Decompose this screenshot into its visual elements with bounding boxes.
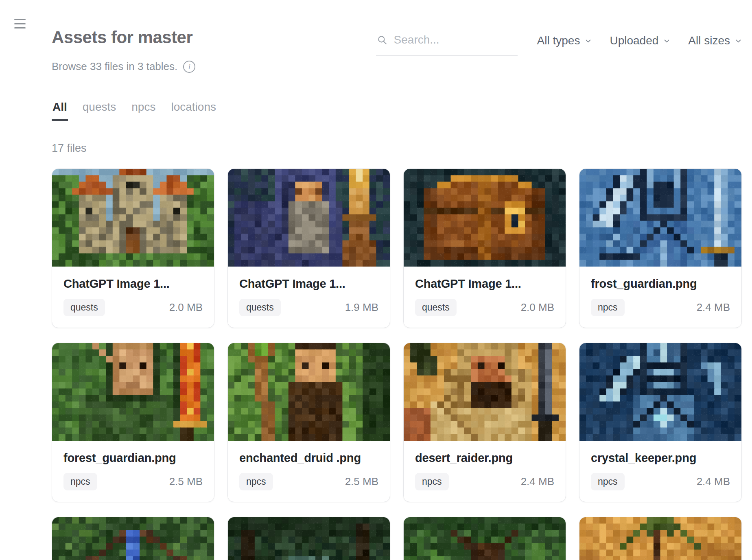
file-size: 2.4 MB bbox=[697, 301, 730, 314]
info-icon[interactable]: i bbox=[183, 61, 195, 73]
pixel-art-canvas bbox=[52, 517, 214, 560]
enchanted-druid-thumbnail bbox=[228, 343, 390, 441]
file-size: 2.4 MB bbox=[521, 475, 554, 488]
card-info: forest_guardian.pngnpcs2.5 MB bbox=[52, 441, 214, 502]
pixel-art-canvas bbox=[228, 517, 390, 560]
table-badge: quests bbox=[239, 299, 281, 316]
page-title: Assets for master bbox=[52, 28, 195, 47]
file-name: enchanted_druid .png bbox=[239, 451, 378, 465]
card-info: crystal_keeper.pngnpcs2.4 MB bbox=[579, 441, 741, 502]
pixel-art-canvas bbox=[404, 343, 566, 441]
table-tabs: Allquestsnpcslocations bbox=[52, 101, 742, 121]
card-meta: npcs2.5 MB bbox=[63, 473, 203, 490]
asset-card-oasis-palm[interactable] bbox=[579, 517, 742, 560]
search-input[interactable] bbox=[394, 33, 517, 46]
file-size: 2.5 MB bbox=[169, 475, 203, 488]
pixel-art-canvas bbox=[404, 517, 566, 560]
assets-grid: ChatGPT Image 1...quests2.0 MBChatGPT Im… bbox=[52, 168, 742, 560]
asset-card-frost-guardian[interactable]: frost_guardian.pngnpcs2.4 MB bbox=[579, 168, 742, 328]
filter-uploaded[interactable]: Uploaded bbox=[610, 34, 670, 47]
table-badge: quests bbox=[63, 299, 105, 316]
pixel-art-canvas bbox=[52, 343, 214, 441]
file-name: ChatGPT Image 1... bbox=[63, 277, 203, 291]
filter-all-sizes[interactable]: All sizes bbox=[688, 34, 742, 47]
file-name: forest_guardian.png bbox=[63, 451, 203, 465]
spirit-tree-thumbnail bbox=[52, 517, 214, 560]
table-badge: npcs bbox=[415, 473, 449, 490]
pixel-art-canvas bbox=[52, 169, 214, 267]
card-meta: npcs2.4 MB bbox=[415, 473, 554, 490]
file-size: 1.9 MB bbox=[345, 301, 378, 314]
files-count: 17 files bbox=[52, 142, 742, 155]
card-info: ChatGPT Image 1...quests2.0 MB bbox=[52, 267, 214, 328]
frost-guardian-thumbnail bbox=[579, 169, 741, 267]
oasis-palm-thumbnail bbox=[579, 517, 741, 560]
asset-card-dark-forest[interactable] bbox=[227, 517, 390, 560]
card-info: ChatGPT Image 1...quests2.0 MB bbox=[404, 267, 566, 328]
chevron-down-icon bbox=[585, 37, 592, 44]
file-name: desert_raider.png bbox=[415, 451, 554, 465]
menu-button[interactable] bbox=[14, 18, 26, 29]
asset-card-spirit-tree[interactable] bbox=[52, 517, 214, 560]
search-icon bbox=[377, 35, 387, 45]
table-badge: npcs bbox=[63, 473, 97, 490]
card-info: desert_raider.pngnpcs2.4 MB bbox=[404, 441, 566, 502]
asset-card-enchanted-druid[interactable]: enchanted_druid .pngnpcs2.5 MB bbox=[227, 343, 390, 502]
pixel-art-canvas bbox=[404, 169, 566, 267]
pixel-art-canvas bbox=[579, 517, 741, 560]
filter-all-types[interactable]: All types bbox=[537, 34, 592, 47]
card-meta: npcs2.5 MB bbox=[239, 473, 378, 490]
asset-card-desert-raider[interactable]: desert_raider.pngnpcs2.4 MB bbox=[403, 343, 566, 502]
file-name: ChatGPT Image 1... bbox=[239, 277, 378, 291]
file-size: 2.4 MB bbox=[697, 475, 730, 488]
desert-raider-thumbnail bbox=[404, 343, 566, 441]
tab-all[interactable]: All bbox=[52, 101, 68, 121]
file-size: 2.0 MB bbox=[521, 301, 554, 314]
pixel-art-canvas bbox=[579, 169, 741, 267]
tab-npcs[interactable]: npcs bbox=[131, 101, 156, 121]
tab-quests[interactable]: quests bbox=[82, 101, 117, 121]
controls: All typesUploadedAll sizes bbox=[376, 28, 742, 56]
card-meta: npcs2.4 MB bbox=[591, 473, 730, 490]
table-badge: quests bbox=[415, 299, 457, 316]
wizard-thumbnail bbox=[228, 169, 390, 267]
forest-guardian-thumbnail bbox=[52, 343, 214, 441]
table-badge: npcs bbox=[239, 473, 273, 490]
title-block: Assets for master Browse 33 files in 3 t… bbox=[52, 28, 195, 73]
file-name: frost_guardian.png bbox=[591, 277, 730, 291]
file-name: crystal_keeper.png bbox=[591, 451, 730, 465]
chevron-down-icon bbox=[735, 37, 742, 44]
filter-group: All typesUploadedAll sizes bbox=[537, 32, 742, 47]
treasure-chest-thumbnail bbox=[404, 169, 566, 267]
filter-label: Uploaded bbox=[610, 34, 658, 47]
menu-icon bbox=[14, 19, 26, 20]
table-badge: npcs bbox=[591, 299, 625, 316]
card-meta: quests1.9 MB bbox=[239, 299, 378, 316]
card-meta: quests2.0 MB bbox=[415, 299, 554, 316]
browse-summary: Browse 33 files in 3 tables. bbox=[52, 60, 177, 73]
asset-card-forest-guardian[interactable]: forest_guardian.pngnpcs2.5 MB bbox=[52, 343, 214, 502]
file-size: 2.5 MB bbox=[345, 475, 378, 488]
pixel-art-canvas bbox=[579, 343, 741, 441]
dark-forest-thumbnail bbox=[228, 517, 390, 560]
file-name: ChatGPT Image 1... bbox=[415, 277, 554, 291]
asset-card-elder-tree[interactable] bbox=[403, 517, 566, 560]
card-info: frost_guardian.pngnpcs2.4 MB bbox=[579, 267, 741, 328]
asset-card-crystal-keeper[interactable]: crystal_keeper.pngnpcs2.4 MB bbox=[579, 343, 742, 502]
filter-label: All types bbox=[537, 34, 580, 47]
topbar: Assets for master Browse 33 files in 3 t… bbox=[52, 28, 742, 73]
asset-card-treasure-chest[interactable]: ChatGPT Image 1...quests2.0 MB bbox=[403, 168, 566, 328]
pixel-art-canvas bbox=[228, 343, 390, 441]
filter-label: All sizes bbox=[688, 34, 730, 47]
castle-thumbnail bbox=[52, 169, 214, 267]
card-meta: npcs2.4 MB bbox=[591, 299, 730, 316]
asset-card-castle[interactable]: ChatGPT Image 1...quests2.0 MB bbox=[52, 168, 214, 328]
card-info: enchanted_druid .pngnpcs2.5 MB bbox=[228, 441, 390, 502]
search-box bbox=[376, 32, 518, 56]
card-meta: quests2.0 MB bbox=[63, 299, 203, 316]
subtitle-row: Browse 33 files in 3 tables. i bbox=[52, 60, 195, 73]
table-badge: npcs bbox=[591, 473, 625, 490]
tab-locations[interactable]: locations bbox=[170, 101, 217, 121]
asset-card-wizard[interactable]: ChatGPT Image 1...quests1.9 MB bbox=[227, 168, 390, 328]
assets-page: Assets for master Browse 33 files in 3 t… bbox=[0, 0, 752, 560]
